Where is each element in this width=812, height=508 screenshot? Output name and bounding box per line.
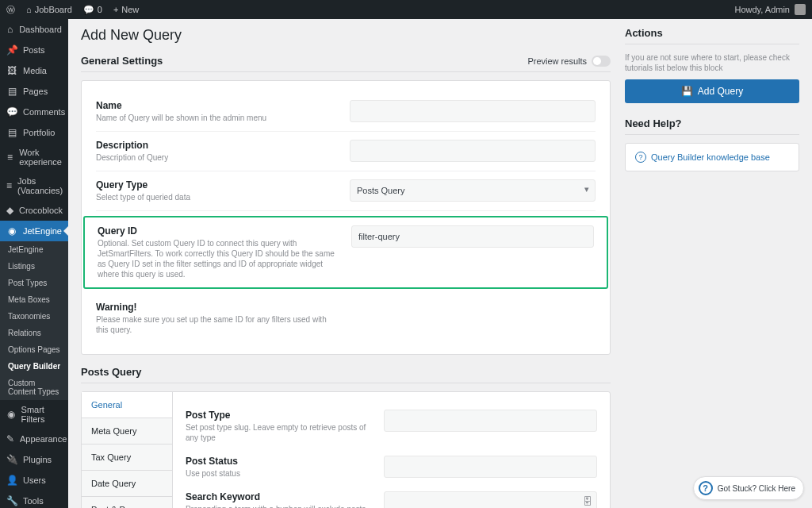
preview-results-toggle[interactable] <box>592 56 611 67</box>
section-title: Posts Query <box>81 366 142 378</box>
field-title: Query Type <box>96 179 334 190</box>
help-link[interactable]: ? Query Builder knowledge base <box>625 143 799 171</box>
field-title: Post Type <box>186 410 368 421</box>
question-icon: ? <box>635 152 646 163</box>
sub-custom-content-types[interactable]: Custom Content Types <box>0 375 68 400</box>
comments-count[interactable]: 💬 0 <box>83 5 102 15</box>
field-desc: Description of Query <box>96 152 334 163</box>
field-description: Description Description of Query <box>96 132 596 171</box>
posts-query-header: Posts Query <box>81 366 611 383</box>
menu-label: Dashboard <box>19 25 62 34</box>
add-query-button[interactable]: 💾 Add Query <box>625 79 799 103</box>
jetengine-icon: ◉ <box>6 225 17 237</box>
list-icon: ≡ <box>6 152 13 163</box>
sub-post-types[interactable]: Post Types <box>0 275 68 291</box>
plugins-icon: 🔌 <box>6 454 17 465</box>
menu-label: Media <box>23 66 47 75</box>
menu-appearance[interactable]: ✎Appearance <box>0 429 68 449</box>
field-query-id-highlight: Query ID Optional. Set custom Query ID t… <box>83 216 608 289</box>
query-type-select[interactable]: Posts Query <box>350 179 596 202</box>
menu-jetengine[interactable]: ◉JetEngine <box>0 221 68 241</box>
posts-query-panel: General Meta Query Tax Query Date Query … <box>81 391 611 508</box>
howdy[interactable]: Howdy, Admin <box>735 5 791 14</box>
sub-taxonomies[interactable]: Taxonomies <box>0 308 68 325</box>
menu-posts[interactable]: 📌Posts <box>0 40 68 60</box>
field-warning: Warning! Please make sure you set up the… <box>96 294 596 343</box>
query-id-input[interactable] <box>351 225 594 248</box>
sub-jetengine[interactable]: JetEngine <box>0 241 68 258</box>
field-desc: Name of Query will be shown in the admin… <box>96 113 334 123</box>
menu-pages[interactable]: ▤Pages <box>0 81 68 102</box>
menu-label: Plugins <box>23 455 52 464</box>
preview-results-label: Preview results <box>527 56 587 66</box>
tab-meta-query[interactable]: Meta Query <box>82 418 172 444</box>
menu-smart-filters[interactable]: ◉Smart Filters <box>0 400 68 429</box>
button-label: Add Query <box>698 86 743 97</box>
general-settings-header: General Settings Preview results <box>81 55 611 72</box>
field-desc: Prepending a term with a hyphen will exc… <box>186 504 368 508</box>
tab-date-query[interactable]: Date Query <box>82 471 172 497</box>
tab-post-page[interactable]: Post & Page <box>82 497 172 508</box>
sub-meta-boxes[interactable]: Meta Boxes <box>0 291 68 308</box>
field-title: Query ID <box>98 225 335 237</box>
tools-icon: 🔧 <box>6 495 17 506</box>
wp-logo[interactable]: ⓦ <box>6 4 15 16</box>
menu-media[interactable]: 🖾Media <box>0 60 68 81</box>
menu-tools[interactable]: 🔧Tools <box>0 491 68 508</box>
section-title: Actions <box>625 27 799 44</box>
field-desc: Set post type slug. Leave empty to retri… <box>186 422 368 443</box>
field-title: Name <box>96 100 334 111</box>
menu-crocoblock[interactable]: ◆Crocoblock <box>0 200 68 221</box>
site-name[interactable]: ⌂ JobBoard <box>26 5 72 14</box>
list-icon: ≡ <box>6 180 12 191</box>
field-post-status: Post Status Use post status <box>186 449 597 485</box>
actions-desc: If you are not sure where to start, plea… <box>625 52 799 73</box>
sub-relations[interactable]: Relations <box>0 325 68 341</box>
sub-listings[interactable]: Listings <box>0 258 68 275</box>
tab-tax-query[interactable]: Tax Query <box>82 444 172 471</box>
menu-users[interactable]: 👤Users <box>0 470 68 491</box>
admin-bar: ⓦ ⌂ JobBoard 💬 0 + New Howdy, Admin <box>0 0 812 19</box>
help-fab-icon: ? <box>699 481 713 495</box>
users-icon: 👤 <box>6 475 17 486</box>
menu-label: Portfolio <box>23 128 55 137</box>
name-input[interactable] <box>350 100 596 122</box>
actions-section: Actions If you are not sure where to sta… <box>625 27 799 103</box>
sub-options-pages[interactable]: Options Pages <box>0 341 68 358</box>
menu-dashboard[interactable]: ⌂Dashboard <box>0 19 68 40</box>
avatar[interactable] <box>795 4 806 15</box>
help-fab-label: Got Stuck? Click Here <box>718 484 795 493</box>
posts-icon: 📌 <box>6 44 17 56</box>
croco-icon: ◆ <box>6 205 13 216</box>
menu-label: Jobs (Vacancies) <box>17 176 63 195</box>
menu-label: Work experience <box>19 148 62 167</box>
tab-general[interactable]: General <box>82 392 172 418</box>
menu-label: Appearance <box>20 434 67 444</box>
help-section: Need Help? ? Query Builder knowledge bas… <box>625 117 799 171</box>
sub-query-builder[interactable]: Query Builder <box>0 358 68 375</box>
page-title: Add New Query <box>81 27 611 44</box>
menu-portfolio[interactable]: ▤Portfolio <box>0 122 68 143</box>
description-input[interactable] <box>350 140 596 162</box>
menu-jobs[interactable]: ≡Jobs (Vacancies) <box>0 171 68 200</box>
menu-work-experience[interactable]: ≡Work experience <box>0 143 68 171</box>
new-content[interactable]: + New <box>113 5 139 14</box>
field-title: Post Status <box>186 456 368 467</box>
menu-label: JetEngine <box>23 226 62 236</box>
field-query-type: Query Type Select type of queried data P… <box>96 171 596 211</box>
menu-plugins[interactable]: 🔌Plugins <box>0 449 68 470</box>
post-status-input[interactable] <box>384 456 597 478</box>
dashboard-icon: ⌂ <box>6 24 13 35</box>
post-type-input[interactable] <box>384 410 597 432</box>
filter-icon: ◉ <box>6 409 16 420</box>
field-desc: Use post status <box>186 468 368 479</box>
menu-label: Smart Filters <box>21 405 62 424</box>
menu-label: Crocoblock <box>19 206 63 215</box>
field-desc: Optional. Set custom Query ID to connect… <box>98 238 335 279</box>
database-icon[interactable]: 🗄 <box>583 496 592 507</box>
field-title: Search Keyword <box>186 491 368 502</box>
help-fab[interactable]: ? Got Stuck? Click Here <box>693 476 804 500</box>
search-keyword-input[interactable] <box>384 491 597 508</box>
menu-comments[interactable]: 💬Comments <box>0 102 68 122</box>
section-title: General Settings <box>81 55 163 67</box>
